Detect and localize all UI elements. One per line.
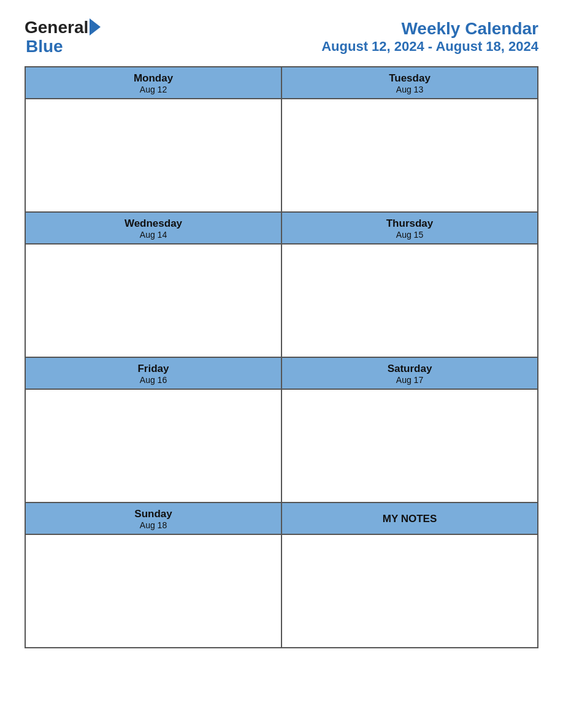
monday-date: Aug 12 bbox=[28, 85, 278, 94]
row-3-headers: Friday Aug 16 Saturday Aug 17 bbox=[25, 357, 538, 389]
notes-header: MY NOTES bbox=[282, 502, 538, 534]
saturday-name: Saturday bbox=[285, 363, 535, 375]
row-4-headers: Sunday Aug 18 MY NOTES bbox=[25, 502, 538, 534]
calendar-grid: Monday Aug 12 Tuesday Aug 13 Wednesday A… bbox=[25, 66, 538, 648]
logo: General Blue bbox=[25, 18, 101, 55]
monday-body[interactable] bbox=[25, 99, 282, 212]
friday-name: Friday bbox=[28, 363, 278, 375]
thursday-header: Thursday Aug 15 bbox=[282, 212, 538, 244]
sunday-body[interactable] bbox=[25, 534, 282, 648]
tuesday-body[interactable] bbox=[282, 99, 538, 212]
row-2-bodies bbox=[25, 244, 538, 357]
friday-date: Aug 16 bbox=[28, 375, 278, 385]
thursday-date: Aug 15 bbox=[285, 230, 535, 240]
sunday-date: Aug 18 bbox=[28, 520, 278, 530]
notes-label: MY NOTES bbox=[383, 513, 437, 525]
friday-header: Friday Aug 16 bbox=[25, 357, 282, 389]
thursday-name: Thursday bbox=[285, 218, 535, 230]
logo-blue-text: Blue bbox=[26, 38, 63, 55]
sunday-header: Sunday Aug 18 bbox=[25, 502, 282, 534]
page-header: General Blue Weekly Calendar August 12, … bbox=[25, 18, 538, 55]
saturday-body[interactable] bbox=[282, 389, 538, 502]
saturday-header: Saturday Aug 17 bbox=[282, 357, 538, 389]
wednesday-name: Wednesday bbox=[28, 218, 278, 230]
friday-body[interactable] bbox=[25, 389, 282, 502]
wednesday-header: Wednesday Aug 14 bbox=[25, 212, 282, 244]
row-1-headers: Monday Aug 12 Tuesday Aug 13 bbox=[25, 67, 538, 99]
row-2-headers: Wednesday Aug 14 Thursday Aug 15 bbox=[25, 212, 538, 244]
thursday-body[interactable] bbox=[282, 244, 538, 357]
saturday-date: Aug 17 bbox=[285, 375, 535, 385]
row-3-bodies bbox=[25, 389, 538, 502]
row-4-bodies bbox=[25, 534, 538, 648]
row-1-bodies bbox=[25, 99, 538, 212]
tuesday-name: Tuesday bbox=[285, 72, 535, 85]
wednesday-body[interactable] bbox=[25, 244, 282, 357]
logo-arrow-icon bbox=[90, 18, 101, 36]
calendar-title: Weekly Calendar bbox=[321, 19, 538, 39]
tuesday-date: Aug 13 bbox=[285, 85, 535, 94]
notes-body[interactable] bbox=[282, 534, 538, 648]
monday-name: Monday bbox=[28, 72, 278, 85]
logo-general-text: General bbox=[25, 19, 88, 36]
monday-header: Monday Aug 12 bbox=[25, 67, 282, 99]
tuesday-header: Tuesday Aug 13 bbox=[282, 67, 538, 99]
wednesday-date: Aug 14 bbox=[28, 230, 278, 240]
calendar-title-block: Weekly Calendar August 12, 2024 - August… bbox=[321, 19, 538, 55]
sunday-name: Sunday bbox=[28, 508, 278, 520]
calendar-date-range: August 12, 2024 - August 18, 2024 bbox=[321, 39, 538, 55]
